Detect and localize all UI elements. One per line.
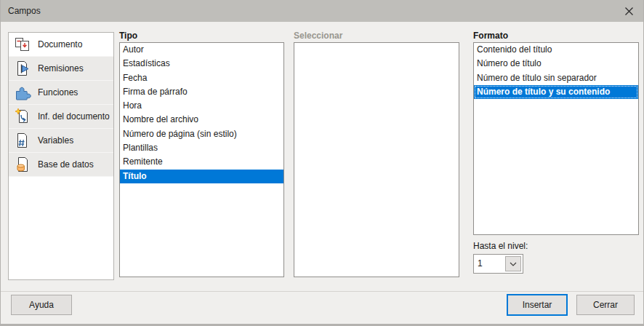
chevron-down-icon bbox=[510, 262, 517, 266]
close-button[interactable] bbox=[614, 0, 643, 22]
list-item[interactable]: Hora bbox=[120, 99, 283, 113]
list-item[interactable]: Número de título bbox=[474, 57, 638, 71]
list-item[interactable]: Número de título sin separador bbox=[474, 71, 638, 85]
sidebar-item-funciones[interactable]: Funciones bbox=[9, 81, 113, 105]
sidebar-item-remisiones[interactable]: Remisiones bbox=[9, 57, 113, 81]
level-dropdown-button[interactable] bbox=[505, 256, 521, 271]
dialog-title: Campos bbox=[1, 6, 41, 16]
list-item[interactable]: Número de título y su contenido bbox=[474, 85, 638, 99]
footer-separator bbox=[1, 291, 643, 292]
sidebar-item-label: Funciones bbox=[38, 87, 78, 98]
close-icon bbox=[624, 7, 634, 16]
database-icon bbox=[14, 156, 31, 173]
list-item[interactable]: Remitente bbox=[120, 155, 283, 169]
formato-label: Formato bbox=[473, 31, 508, 41]
sidebar-item-inf-documento[interactable]: Inf. del documento bbox=[9, 105, 113, 129]
sidebar-item-label: Base de datos bbox=[38, 159, 94, 170]
dialog-titlebar[interactable]: Campos bbox=[1, 0, 643, 22]
sidebar-item-label: Inf. del documento bbox=[38, 111, 110, 122]
document-field-icon bbox=[14, 36, 31, 53]
list-item[interactable]: Fecha bbox=[120, 71, 283, 85]
sidebar-item-label: Remisiones bbox=[38, 63, 84, 73]
list-item[interactable]: Firma de párrafo bbox=[120, 85, 283, 99]
sidebar-item-label: Variables bbox=[38, 135, 73, 146]
sidebar-item-variables[interactable]: Variables bbox=[9, 129, 113, 153]
seleccionar-label: Seleccionar bbox=[294, 31, 342, 41]
puzzle-icon bbox=[14, 84, 31, 101]
list-item[interactable]: Título bbox=[120, 170, 283, 183]
campos-dialog: Campos Documento Remisiones Funciones In… bbox=[0, 0, 644, 326]
doc-info-icon bbox=[14, 108, 31, 125]
list-item[interactable]: Plantillas bbox=[120, 141, 283, 155]
tipo-listbox[interactable]: AutorEstadísticasFechaFirma de párrafoHo… bbox=[119, 42, 284, 277]
variables-hash-icon bbox=[14, 132, 31, 149]
sidebar-item-label: Documento bbox=[38, 39, 82, 49]
cross-reference-icon bbox=[14, 60, 31, 77]
level-label: Hasta el nivel: bbox=[473, 241, 528, 251]
seleccionar-listbox[interactable] bbox=[294, 42, 459, 277]
close-dialog-button[interactable]: Cerrar bbox=[576, 295, 635, 315]
formato-listbox[interactable]: Contenido del títuloNúmero de títuloNúme… bbox=[473, 42, 639, 235]
list-item[interactable]: Contenido del título bbox=[474, 43, 638, 57]
list-item[interactable]: Estadísticas bbox=[120, 57, 283, 71]
level-value: 1 bbox=[478, 255, 483, 273]
category-tabs: Documento Remisiones Funciones Inf. del … bbox=[8, 32, 114, 280]
list-item[interactable]: Número de página (sin estilo) bbox=[120, 127, 283, 141]
sidebar-item-base-datos[interactable]: Base de datos bbox=[9, 153, 113, 177]
tipo-label: Tipo bbox=[119, 31, 137, 41]
list-item[interactable]: Autor bbox=[120, 43, 283, 57]
insert-button[interactable]: Insertar bbox=[507, 294, 568, 316]
list-item[interactable]: Nombre del archivo bbox=[120, 113, 283, 127]
help-button[interactable]: Ayuda bbox=[11, 295, 72, 315]
sidebar-item-documento[interactable]: Documento bbox=[9, 33, 113, 57]
level-combobox[interactable]: 1 bbox=[473, 254, 523, 274]
